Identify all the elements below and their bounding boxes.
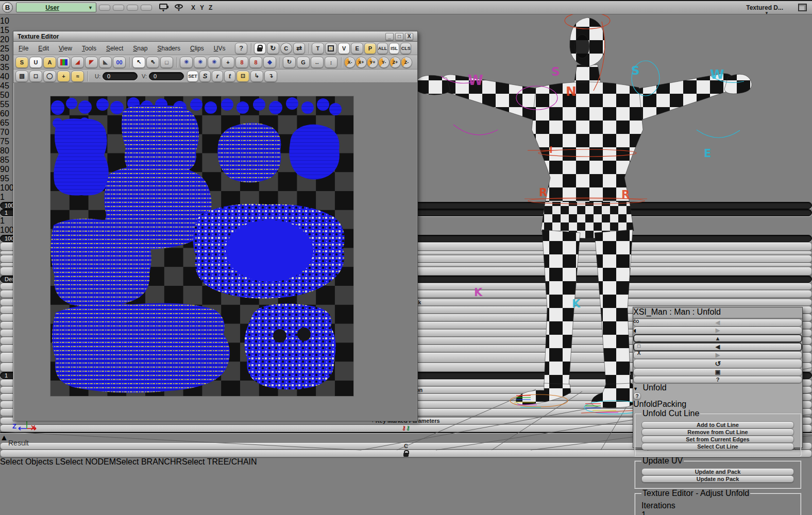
flip-u-icon[interactable]: ◢	[71, 57, 84, 68]
cylindrical-projection-icon[interactable]: ◻	[29, 71, 42, 82]
menu-uvs[interactable]: UVs	[214, 45, 226, 52]
nudge-xminus-button[interactable]: X-	[344, 57, 356, 68]
undo-icon[interactable]: ↺	[633, 359, 802, 368]
update-no-pack-button[interactable]: Update no Pack	[641, 475, 794, 483]
uv-editor-area[interactable]	[14, 83, 417, 420]
select-tool-icon[interactable]: ↖	[132, 57, 145, 68]
layout-slot-button-4[interactable]	[141, 5, 152, 11]
polygon-toggle[interactable]: P	[364, 43, 376, 54]
grid-toggle[interactable]	[325, 43, 337, 54]
fit-grab-icon[interactable]: G	[297, 57, 310, 68]
collapse-u-icon[interactable]: ✳	[208, 57, 221, 68]
layout-slot-button-2[interactable]	[113, 5, 124, 11]
lock-icon[interactable]	[254, 43, 266, 54]
refresh-icon[interactable]: ↻	[267, 43, 279, 54]
freeze-icon[interactable]: 00	[113, 57, 126, 68]
set-uv-button[interactable]: SET	[187, 71, 198, 82]
user-layout-dropdown[interactable]: User ▼	[16, 3, 96, 12]
cluster-mode-toggle[interactable]: CLS	[400, 43, 411, 54]
menu-clips[interactable]: Clips	[190, 45, 204, 52]
transform-scale-button[interactable]: S	[199, 71, 211, 82]
text-overlay-toggle[interactable]: T	[312, 43, 324, 54]
unfold-dialog-titlebar[interactable]: XSI_Man : Man : Unfold ∞ ◐ _ □ X	[633, 307, 802, 318]
show-all-toggle[interactable]: ALL	[377, 43, 388, 54]
menu-file[interactable]: File	[19, 45, 28, 52]
rgb-channels-icon[interactable]	[57, 57, 70, 68]
fit-vertical-icon[interactable]: ↕	[325, 57, 337, 68]
uv-sample-select-icon[interactable]: U	[29, 57, 42, 68]
unique-uvs-icon[interactable]: ≈	[71, 71, 84, 82]
collapse-v-icon[interactable]: ✳	[194, 57, 207, 68]
spherical-projection-icon[interactable]: ◯	[43, 71, 56, 82]
display-mode-dropdown[interactable]: Textured D... ▼	[746, 4, 783, 11]
nudge-zplus-button[interactable]: Z+	[390, 57, 401, 68]
update-and-pack-button[interactable]: Update and Pack	[641, 468, 794, 475]
help-button[interactable]: ?	[235, 43, 247, 54]
next-key-icon[interactable]: ▶	[633, 327, 802, 334]
app-logo[interactable]: B	[2, 2, 13, 13]
nudge-yminus-button[interactable]: Y-	[378, 57, 390, 68]
cubic-projection-icon[interactable]: ▧	[15, 71, 28, 82]
select-cut-line-button[interactable]: Select Cut Line	[641, 443, 794, 450]
pivot-axis-icon[interactable]: ↳	[250, 71, 263, 82]
layers-icon[interactable]: ▣	[633, 368, 802, 376]
minimize-button[interactable]: _	[385, 33, 394, 40]
island-mode-toggle[interactable]: ISL	[389, 43, 400, 54]
add-to-cut-line-button[interactable]: Add to Cut Line	[641, 421, 794, 428]
translate-tool-icon[interactable]: ⇖	[146, 57, 159, 68]
island-pivot-icon[interactable]: ⊡	[236, 71, 249, 82]
mirror-icon[interactable]: ◣	[99, 57, 112, 68]
axis-lock-y[interactable]: Y	[200, 4, 204, 11]
fit-rotate-icon[interactable]: ↻	[283, 57, 296, 68]
crop-tool-icon[interactable]: □	[160, 57, 173, 68]
vertex-toggle[interactable]: V	[338, 43, 350, 54]
heal-uv-icon[interactable]: 8	[235, 57, 248, 68]
restore-window-icon[interactable]	[798, 4, 807, 11]
uv-point-select-icon[interactable]: S	[15, 57, 28, 68]
remove-from-cut-line-button[interactable]: Remove from Cut Line	[641, 428, 794, 436]
pivot-free-icon[interactable]: ↴	[264, 71, 277, 82]
axis-lock-z[interactable]: Z	[209, 4, 212, 11]
tab-unfold[interactable]: Unfold	[633, 400, 657, 408]
uv-canvas[interactable]	[50, 96, 353, 396]
transform-translate-button[interactable]: t	[224, 71, 235, 82]
uv-auto-select-icon[interactable]: A	[43, 57, 56, 68]
section-help-button[interactable]: ?	[633, 392, 641, 400]
visibility-button[interactable]: ▼	[175, 4, 183, 11]
tab-packing[interactable]: Packing	[657, 400, 686, 408]
nudge-xplus-button[interactable]: X+	[356, 57, 367, 68]
edge-toggle[interactable]: E	[351, 43, 363, 54]
layout-slot-button-1[interactable]	[99, 5, 110, 11]
menu-shaders[interactable]: Shaders	[157, 45, 180, 52]
nudge-zminus-button[interactable]: Z-	[401, 57, 412, 68]
iterations-slider[interactable]: 1	[641, 510, 794, 515]
texture-editor-titlebar[interactable]: Texture Editor _ □ X	[13, 31, 417, 42]
clip-copy-icon[interactable]: C	[280, 43, 292, 54]
nav-back-icon[interactable]: ◀	[633, 342, 802, 351]
set-from-current-edges-button[interactable]: Set from Current Edges	[641, 436, 794, 443]
axis-lock-buttons[interactable]: XYZ	[191, 4, 217, 11]
close-button[interactable]: X	[405, 33, 413, 40]
nudge-yplus-button[interactable]: Y+	[367, 57, 378, 68]
layout-slot-button-3[interactable]	[127, 5, 138, 11]
v-value-field[interactable]: 0	[149, 72, 184, 80]
menu-view[interactable]: View	[59, 45, 72, 52]
nav-forward-icon[interactable]: ▶	[633, 351, 802, 359]
axis-lock-x[interactable]: X	[191, 4, 195, 11]
explorer-up-icon[interactable]: ▲	[633, 334, 802, 342]
menu-snap[interactable]: Snap	[133, 45, 147, 52]
menu-select[interactable]: Select	[106, 45, 123, 52]
relax-net-icon[interactable]: ◈	[263, 57, 276, 68]
prev-key-icon[interactable]: ◀	[633, 319, 802, 327]
flip-v-icon[interactable]: ◤	[85, 57, 98, 68]
help-icon[interactable]: ?	[633, 376, 802, 383]
maximize-button[interactable]: □	[395, 33, 403, 40]
fit-horizontal-icon[interactable]: ↔	[311, 57, 324, 68]
unfold-section-header[interactable]: ▼ Unfold ?	[633, 383, 802, 400]
swap-uv-icon[interactable]: ⇄	[293, 43, 305, 54]
transform-rotate-button[interactable]: r	[212, 71, 223, 82]
menu-edit[interactable]: Edit	[38, 45, 49, 52]
menu-tools[interactable]: Tools	[82, 45, 96, 52]
heal-island-icon[interactable]: 8	[249, 57, 262, 68]
planar-projection-icon[interactable]: +	[57, 71, 70, 82]
